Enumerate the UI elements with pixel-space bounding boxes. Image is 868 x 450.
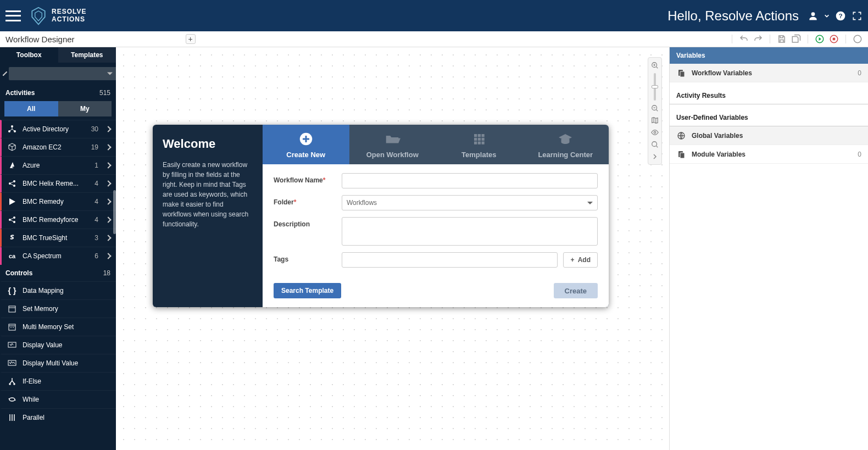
svg-rect-38 bbox=[478, 141, 481, 144]
workflow-name-input[interactable] bbox=[342, 173, 598, 188]
svg-rect-31 bbox=[474, 134, 477, 137]
eye-icon[interactable] bbox=[649, 127, 660, 138]
control-data-mapping[interactable]: { } Data Mapping bbox=[0, 281, 116, 299]
svg-rect-7 bbox=[833, 38, 836, 41]
activity-bmc-helix[interactable]: BMC Helix Reme... 4 bbox=[0, 174, 116, 192]
search-icon[interactable] bbox=[649, 139, 660, 150]
sidebar-item-count: 1 bbox=[94, 162, 98, 169]
activities-label: Activities bbox=[5, 89, 35, 97]
folder-select[interactable]: Workflows bbox=[342, 195, 598, 210]
tags-input[interactable] bbox=[342, 252, 558, 268]
chevron-right-icon[interactable] bbox=[649, 151, 660, 162]
fullscreen-icon[interactable] bbox=[852, 10, 863, 21]
display-icon bbox=[7, 340, 17, 350]
display-multi-icon bbox=[7, 358, 17, 368]
activity-active-directory[interactable]: Active Directory 30 bbox=[0, 120, 116, 138]
svg-rect-34 bbox=[474, 137, 477, 140]
add-tab-button[interactable]: + bbox=[186, 34, 196, 44]
undo-icon[interactable] bbox=[739, 34, 749, 44]
zoom-slider[interactable] bbox=[654, 73, 656, 101]
svg-marker-1 bbox=[35, 11, 42, 21]
branch-icon bbox=[7, 376, 17, 386]
welcome-panel: Welcome Easily create a new workflow by … bbox=[153, 125, 609, 307]
workflow-variables-row[interactable]: Workflow Variables 0 bbox=[670, 64, 868, 82]
controls-label: Controls bbox=[5, 269, 32, 277]
variables-panel: Variables Workflow Variables 0 Activity … bbox=[669, 47, 868, 450]
activities-header: Activities 515 bbox=[0, 85, 116, 101]
control-set-memory[interactable]: Set Memory bbox=[0, 299, 116, 318]
description-label: Description bbox=[274, 217, 335, 228]
tab-open-workflow[interactable]: Open Workflow bbox=[349, 125, 436, 164]
menu-toggle[interactable] bbox=[5, 10, 21, 21]
svg-rect-19 bbox=[9, 306, 15, 312]
sidebar-item-count: 6 bbox=[94, 252, 98, 260]
svg-point-24 bbox=[14, 384, 15, 385]
activity-azure[interactable]: Azure 1 bbox=[0, 156, 116, 174]
svg-marker-0 bbox=[32, 7, 44, 24]
zoom-in-icon[interactable] bbox=[649, 60, 660, 71]
tab-create-new[interactable]: Create New bbox=[263, 125, 349, 164]
description-input[interactable] bbox=[342, 217, 598, 246]
stop-icon[interactable] bbox=[829, 34, 839, 44]
sidebar-item-count: 4 bbox=[94, 180, 98, 187]
brand-logo[interactable]: RESOLVE ACTIONS bbox=[29, 6, 86, 26]
share-icon bbox=[7, 179, 17, 188]
tab-toolbox[interactable]: Toolbox bbox=[0, 47, 58, 63]
control-while[interactable]: While bbox=[0, 390, 116, 408]
sidebar-item-count: 4 bbox=[94, 198, 98, 205]
control-display-multi-value[interactable]: Display Multi Value bbox=[0, 354, 116, 372]
global-variables-row[interactable]: Global Variables bbox=[670, 126, 868, 145]
control-multi-memory-set[interactable]: Multi Memory Set bbox=[0, 318, 116, 336]
run-icon[interactable] bbox=[815, 34, 825, 44]
sidebar-search-input[interactable] bbox=[9, 67, 116, 80]
activity-amazon-ec2[interactable]: Amazon EC2 19 bbox=[0, 138, 116, 156]
toggle-my[interactable]: My bbox=[58, 101, 112, 116]
tab-templates[interactable]: Templates bbox=[58, 47, 116, 63]
save-all-icon[interactable] bbox=[791, 34, 801, 44]
activity-bmc-truesight[interactable]: BMC TrueSight 3 bbox=[0, 229, 116, 247]
zoom-out-icon[interactable] bbox=[649, 103, 660, 114]
sub-header: Workflow Designer + ? bbox=[0, 31, 868, 47]
svg-rect-37 bbox=[474, 141, 477, 144]
activity-bmc-remedy[interactable]: BMC Remedy 4 bbox=[0, 192, 116, 210]
workflow-name-label: Workflow Name* bbox=[274, 173, 335, 184]
user-dropdown-icon[interactable] bbox=[824, 13, 830, 19]
tab-learning-center[interactable]: Learning Center bbox=[522, 125, 609, 164]
control-parallel[interactable]: Parallel bbox=[0, 408, 116, 426]
share-icon bbox=[7, 215, 17, 225]
save-icon[interactable] bbox=[777, 34, 787, 44]
search-template-button[interactable]: Search Template bbox=[274, 283, 341, 298]
canvas-area[interactable]: Welcome Easily create a new workflow by … bbox=[116, 47, 669, 450]
braces-icon: { } bbox=[7, 286, 17, 296]
toggle-all[interactable]: All bbox=[4, 101, 58, 116]
user-icon[interactable] bbox=[808, 10, 819, 21]
svg-point-10 bbox=[11, 125, 13, 127]
tab-templates[interactable]: Templates bbox=[436, 125, 522, 164]
tab-label: Create New bbox=[286, 151, 325, 159]
chevron-right-icon bbox=[105, 144, 111, 150]
activity-bmc-remedyforce[interactable]: BMC Remedyforce 4 bbox=[0, 210, 116, 229]
sidebar-item-label: Set Memory bbox=[23, 305, 110, 313]
canvas-toolbar bbox=[648, 57, 662, 165]
redo-icon[interactable] bbox=[753, 34, 763, 44]
help-sub-icon[interactable]: ? bbox=[853, 34, 863, 44]
workflow-variables-label: Workflow Variables bbox=[692, 69, 752, 77]
chevron-right-icon bbox=[105, 198, 111, 204]
map-icon[interactable] bbox=[649, 115, 660, 126]
module-variables-row[interactable]: Module Variables 0 bbox=[670, 145, 868, 164]
add-tag-button[interactable]: + Add bbox=[563, 252, 598, 268]
svg-text:?: ? bbox=[856, 36, 859, 42]
svg-rect-39 bbox=[481, 141, 484, 144]
help-icon[interactable]: ? bbox=[835, 10, 846, 21]
svg-point-15 bbox=[13, 185, 15, 187]
create-button[interactable]: Create bbox=[554, 283, 598, 298]
sidebar-item-label: BMC Helix Reme... bbox=[23, 180, 89, 187]
chevron-right-icon bbox=[105, 216, 111, 223]
activity-ca-spectrum[interactable]: ca CA Spectrum 6 bbox=[0, 247, 116, 265]
control-if-else[interactable]: If-Else bbox=[0, 372, 116, 390]
control-display-value[interactable]: Display Value bbox=[0, 336, 116, 354]
sidebar-back-icon[interactable] bbox=[3, 71, 7, 76]
top-header: RESOLVE ACTIONS Hello, Resolve Actions ? bbox=[0, 0, 868, 31]
ca-icon: ca bbox=[7, 251, 17, 261]
sidebar-item-label: Active Directory bbox=[23, 125, 86, 133]
